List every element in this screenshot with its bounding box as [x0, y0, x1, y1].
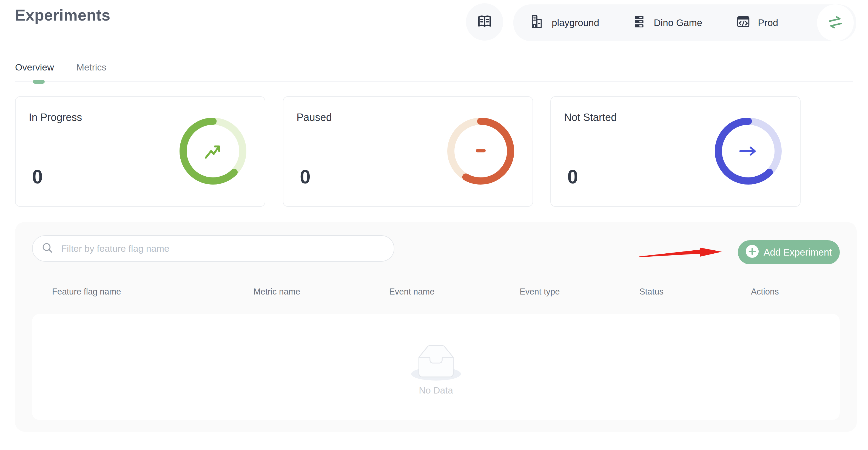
paused-ring	[445, 115, 516, 187]
in-progress-ring	[177, 115, 249, 187]
trend-up-icon	[206, 146, 219, 158]
flag-filter-field	[32, 235, 394, 262]
column-header-feature-flag-name: Feature flag name	[52, 287, 121, 297]
switch-context-button[interactable]	[817, 4, 854, 41]
search-icon	[41, 242, 54, 255]
add-experiment-button[interactable]: Add Experiment	[738, 240, 840, 264]
project-name: Dino Game	[654, 17, 702, 28]
environment-selector[interactable]: Prod	[736, 14, 778, 31]
stat-label: Paused	[297, 112, 332, 123]
stat-card-in-progress: In Progress 0	[15, 96, 265, 207]
project-stack-icon	[633, 15, 647, 31]
red-annotation-arrow	[639, 247, 723, 260]
tab-metrics[interactable]: Metrics	[76, 62, 106, 73]
organization-selector[interactable]: playground	[530, 14, 599, 31]
environment-code-window-icon	[736, 14, 751, 31]
tabs: Overview Metrics	[15, 62, 106, 73]
context-bar: playground Dino Game	[513, 4, 856, 41]
no-data-text: No Data	[419, 385, 453, 396]
docs-button[interactable]	[466, 3, 503, 40]
experiments-panel: Add Experiment Feature flag name Metric …	[15, 222, 857, 431]
page-title: Experiments	[15, 6, 111, 24]
add-experiment-label: Add Experiment	[764, 247, 832, 258]
experiments-table-header: Feature flag name Metric name Event name…	[15, 287, 857, 299]
open-book-icon	[476, 14, 493, 30]
column-header-actions: Actions	[751, 287, 779, 297]
tab-overview[interactable]: Overview	[15, 62, 54, 73]
tabs-divider	[15, 82, 853, 82]
column-header-event-name: Event name	[389, 287, 434, 297]
stat-card-paused: Paused 0	[283, 96, 533, 207]
arrow-right-icon	[740, 148, 755, 155]
not-started-ring	[713, 115, 784, 187]
project-selector[interactable]: Dino Game	[633, 15, 702, 31]
column-header-metric-name: Metric name	[253, 287, 300, 297]
flag-filter-input[interactable]	[61, 243, 385, 254]
swap-arrows-icon	[826, 13, 844, 32]
stat-value: 0	[32, 166, 43, 188]
experiments-table-body: No Data	[32, 314, 840, 420]
environment-name: Prod	[758, 17, 778, 28]
stat-card-not-started: Not Started 0	[550, 96, 801, 207]
minus-icon	[476, 149, 486, 152]
stat-label: Not Started	[564, 112, 617, 123]
stat-value: 0	[300, 166, 311, 188]
column-header-event-type: Event type	[520, 287, 560, 297]
empty-inbox-icon	[410, 338, 462, 383]
stat-label: In Progress	[29, 112, 82, 123]
organization-buildings-icon	[530, 14, 545, 31]
active-tab-indicator	[33, 80, 45, 84]
plus-icon	[746, 245, 758, 260]
stat-value: 0	[567, 166, 578, 188]
column-header-status: Status	[640, 287, 663, 297]
organization-name: playground	[552, 17, 599, 28]
